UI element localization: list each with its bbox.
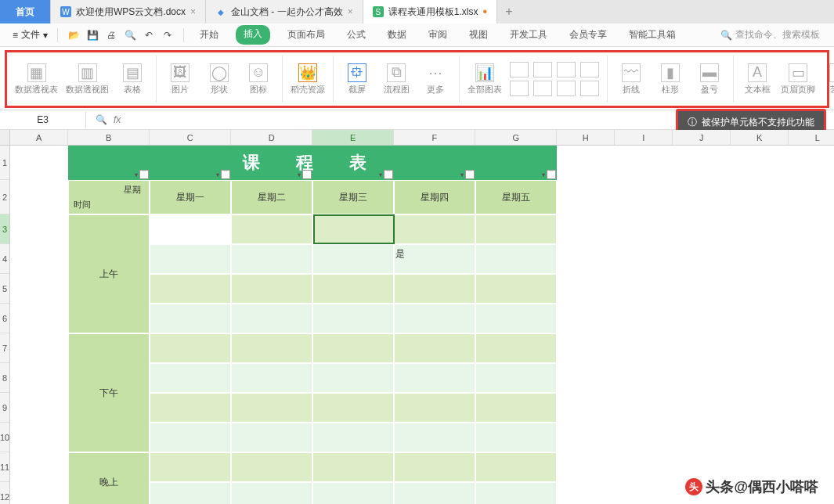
more-button[interactable]: ⋯更多 (420, 63, 451, 95)
cell[interactable] (231, 452, 312, 482)
textbox-button[interactable]: A文本框 (742, 63, 773, 95)
cell[interactable] (231, 482, 312, 504)
filter-icon[interactable]: ▾ (221, 170, 230, 179)
col-header[interactable]: G (475, 130, 557, 145)
tab-smarttools[interactable]: 智能工具箱 (624, 25, 681, 45)
home-tab[interactable]: 首页 (0, 0, 51, 23)
cell[interactable] (475, 393, 557, 423)
day-header[interactable]: 星期五 (475, 180, 557, 214)
redo-icon[interactable]: ↷ (161, 29, 174, 41)
sparkline-column-button[interactable]: ▮柱形 (655, 63, 686, 95)
scatter-chart-icon[interactable] (510, 81, 529, 96)
name-box[interactable]: E3 (0, 112, 86, 128)
cell[interactable] (475, 423, 557, 452)
tab-devtools[interactable]: 开发工具 (505, 25, 552, 45)
pie-chart-icon[interactable] (557, 62, 576, 77)
cell[interactable] (150, 214, 231, 244)
row-header[interactable]: 9 (0, 393, 9, 423)
cell[interactable] (231, 333, 312, 363)
cell[interactable] (394, 423, 475, 452)
header-footer-button[interactable]: ▭页眉页脚 (781, 63, 815, 95)
filter-icon[interactable]: ▾ (302, 170, 312, 179)
col-header[interactable]: I (615, 130, 673, 145)
row-header[interactable]: 11 (0, 452, 9, 482)
cell[interactable] (150, 304, 231, 333)
row-header[interactable]: 5 (0, 274, 9, 304)
cell[interactable] (475, 244, 557, 274)
cell[interactable] (312, 393, 394, 423)
row-header[interactable]: 2 (0, 180, 9, 214)
cell[interactable] (475, 482, 557, 504)
pivot-chart-button[interactable]: ▥数据透视图 (66, 63, 109, 95)
day-header[interactable]: 星期四 (394, 180, 475, 214)
cell[interactable] (150, 244, 231, 274)
filter-icon[interactable]: ▾ (139, 170, 149, 179)
area-chart-icon[interactable] (580, 62, 599, 77)
timetable-title[interactable]: 课 程 表 ▾ ▾ ▾ ▾ ▾ ▾ (68, 146, 557, 180)
cell[interactable] (475, 452, 557, 482)
col-header[interactable]: J (673, 130, 731, 145)
filter-icon[interactable]: ▾ (384, 170, 393, 179)
docer-button[interactable]: 👑稻壳资源 (291, 63, 325, 95)
bar-chart-icon[interactable] (510, 62, 529, 77)
tab-insert[interactable]: 插入 (236, 25, 270, 45)
tab-doc-1[interactable]: W 欢迎使用WPS云文档.docx × (51, 0, 206, 23)
cell[interactable] (312, 214, 394, 244)
cell[interactable] (312, 333, 394, 363)
stock-chart-icon[interactable] (533, 81, 552, 96)
cell[interactable] (150, 452, 231, 482)
cell[interactable] (312, 274, 394, 304)
col-header[interactable]: C (150, 130, 231, 145)
cell[interactable] (394, 482, 475, 504)
preview-icon[interactable]: 🔍 (124, 29, 136, 41)
tab-start[interactable]: 开始 (195, 25, 223, 45)
tab-view[interactable]: 视图 (464, 25, 493, 45)
col-header[interactable]: K (731, 130, 789, 145)
day-header[interactable]: 星期一 (150, 180, 231, 214)
row-header[interactable]: 6 (0, 304, 9, 333)
period-cell[interactable]: 上午 (68, 214, 150, 333)
cell[interactable] (394, 393, 475, 423)
print-icon[interactable]: 🖨 (105, 29, 117, 41)
cell[interactable] (312, 363, 394, 393)
undo-icon[interactable]: ↶ (143, 29, 155, 41)
picture-button[interactable]: 🖼图片 (164, 63, 196, 95)
cell[interactable] (231, 393, 312, 423)
row-header[interactable]: 12 (0, 482, 9, 504)
wordart-button[interactable]: A艺术 (823, 63, 834, 95)
cell[interactable] (394, 304, 475, 333)
period-cell[interactable]: 晚上 (68, 452, 150, 504)
cell[interactable] (231, 363, 312, 393)
col-header[interactable]: A (10, 130, 68, 145)
add-tab-button[interactable]: + (497, 0, 521, 23)
col-header[interactable]: E (312, 130, 394, 145)
file-menu[interactable]: ≡ 文件 ▾ (8, 27, 52, 43)
row-header[interactable]: 3 (0, 214, 9, 244)
cell[interactable] (394, 244, 475, 274)
cell[interactable] (312, 423, 394, 452)
select-all-corner[interactable] (0, 130, 9, 146)
sparkline-winloss-button[interactable]: ▬盈亏 (694, 63, 725, 95)
tab-doc-2[interactable]: ◆ 金山文档 - 一起办公才高效 × (206, 0, 363, 23)
cell[interactable] (394, 214, 475, 244)
sparkline-line-button[interactable]: 〰折线 (616, 63, 647, 95)
corner-cell[interactable]: 星期 时间 (68, 180, 150, 214)
row-header[interactable]: 4 (0, 244, 9, 274)
row-header[interactable]: 8 (0, 363, 9, 393)
day-header[interactable]: 星期三 (312, 180, 394, 214)
cell[interactable] (475, 304, 557, 333)
filter-icon[interactable]: ▾ (547, 170, 556, 179)
cell[interactable] (475, 333, 557, 363)
tab-member[interactable]: 会员专享 (565, 25, 612, 45)
tab-doc-3[interactable]: S 课程表通用模板1.xlsx • (363, 0, 497, 23)
line-chart-icon[interactable] (533, 62, 552, 77)
period-cell[interactable]: 下午 (68, 333, 150, 452)
cell[interactable] (475, 274, 557, 304)
cell[interactable] (394, 452, 475, 482)
cell[interactable] (231, 304, 312, 333)
more-chart-icon[interactable] (580, 81, 599, 96)
row-header[interactable]: 7 (0, 333, 9, 363)
all-charts-button[interactable]: 📊全部图表 (468, 63, 502, 95)
flowchart-button[interactable]: ⧉流程图 (381, 63, 412, 95)
lookup-icon[interactable]: 🔍 (96, 114, 107, 125)
